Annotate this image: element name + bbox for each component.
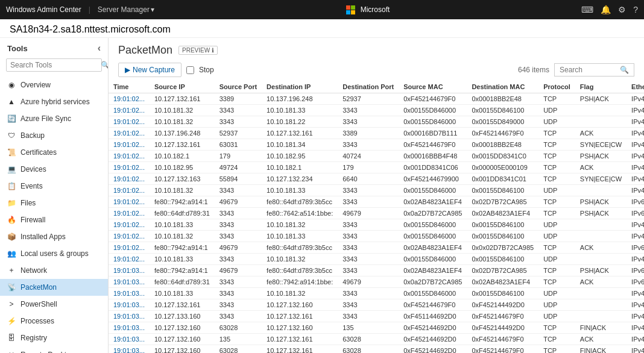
time-link[interactable]: 19:01:02... — [113, 118, 145, 125]
sidebar-item-powershell[interactable]: > PowerShell — [0, 296, 108, 313]
time-link[interactable]: 19:01:02... — [113, 130, 145, 137]
search-input[interactable] — [560, 66, 620, 74]
table-row[interactable]: 19:01:03...10.127.133.160334310.127.132.… — [109, 311, 644, 322]
sidebar-item-firewall[interactable]: 🔥 Firewall — [0, 211, 108, 228]
table-cell: 0x00155D846100 — [467, 185, 538, 196]
time-link[interactable]: 19:01:03... — [113, 313, 145, 320]
sidebar-item-packetmon[interactable]: 📡 PacketMon — [0, 279, 108, 296]
table-row[interactable]: 19:01:02...10.127.132.161338910.137.196.… — [109, 93, 644, 105]
table-row[interactable]: 19:01:03...10.127.132.1606302810.127.132… — [109, 322, 644, 334]
table-row[interactable]: 19:01:02...10.127.132.1635589410.127.132… — [109, 173, 644, 185]
table-row[interactable]: 19:01:03...10.10.181.33334310.10.181.323… — [109, 288, 644, 299]
time-link[interactable]: 19:01:03... — [113, 301, 145, 308]
time-link[interactable]: 19:01:02... — [113, 233, 145, 240]
search-tools-input[interactable] — [10, 61, 101, 69]
sidebar-item-devices[interactable]: 💻 Devices — [0, 161, 108, 178]
table-cell: UDP — [538, 231, 575, 242]
col-source-mac[interactable]: Source MAC — [399, 81, 467, 93]
table-cell: 10.10.181.33 — [150, 254, 215, 265]
sidebar-item-remote-desktop[interactable]: ✕ Remote Desktop — [0, 346, 108, 353]
time-link[interactable]: 19:01:03... — [113, 267, 145, 274]
time-link[interactable]: 19:01:02... — [113, 255, 145, 263]
col-source-ip[interactable]: Source IP — [150, 81, 215, 93]
time-link[interactable]: 19:01:03... — [113, 290, 145, 297]
table-row[interactable]: 19:01:02...10.10.182.954972410.10.182.11… — [109, 162, 644, 173]
col-flag[interactable]: Flag — [575, 81, 627, 93]
new-capture-button[interactable]: ▶ New Capture — [118, 63, 182, 77]
sidebar-item-azure-file-sync[interactable]: 🔄 Azure File Sync — [0, 110, 108, 127]
table-row[interactable]: 19:01:03...10.127.132.1606302810.127.132… — [109, 345, 644, 354]
time-link[interactable]: 19:01:02... — [113, 187, 145, 194]
time-link[interactable]: 19:01:03... — [113, 278, 145, 286]
sidebar-collapse-button[interactable]: ‹ — [98, 43, 101, 54]
table-row[interactable]: 19:01:02...fe80::7942:a914:149679fe80::6… — [109, 242, 644, 254]
time-link[interactable]: 19:01:02... — [113, 141, 145, 148]
table-row[interactable]: 19:01:03...10.127.132.16013510.127.132.1… — [109, 334, 644, 345]
table-row[interactable]: 19:01:02...10.127.132.1616303110.10.181.… — [109, 139, 644, 151]
col-protocol[interactable]: Protocol — [538, 81, 575, 93]
sidebar-item-azure-hybrid[interactable]: ▲ Azure hybrid services — [0, 93, 108, 110]
stop-checkbox[interactable] — [186, 66, 194, 74]
table-cell — [575, 219, 627, 231]
col-dest-mac[interactable]: Destination MAC — [467, 81, 538, 93]
sidebar-item-overview[interactable]: ◉ Overview — [0, 77, 108, 93]
sidebar-item-backup[interactable]: 🛡 Backup — [0, 127, 108, 144]
packet-table-container[interactable]: Time Source IP Source Port Destination I… — [109, 81, 644, 353]
table-row[interactable]: 19:01:02...fe80::64df:d789:313343fe80::7… — [109, 208, 644, 219]
table-row[interactable]: 19:01:02...10.10.181.32334310.10.181.333… — [109, 185, 644, 196]
table-row[interactable]: 19:01:02...10.10.181.33334310.10.181.323… — [109, 254, 644, 265]
table-cell: 3343 — [215, 299, 262, 311]
time-link[interactable]: 19:01:02... — [113, 198, 145, 205]
table-row[interactable]: 19:01:02...10.10.181.33334310.10.181.323… — [109, 219, 644, 231]
settings-icon[interactable]: ⚙ — [618, 5, 626, 14]
sidebar-item-certificates[interactable]: 📜 Certificates — [0, 144, 108, 161]
time-link[interactable]: 19:01:03... — [113, 347, 145, 353]
table-row[interactable]: 19:01:02...10.10.181.32334310.10.181.333… — [109, 105, 644, 116]
col-source-port[interactable]: Source Port — [215, 81, 262, 93]
table-cell: 49679 — [338, 276, 399, 288]
time-link[interactable]: 19:01:03... — [113, 336, 145, 343]
time-link[interactable]: 19:01:02... — [113, 244, 145, 251]
sidebar-item-processes[interactable]: ⚡ Processes — [0, 313, 108, 330]
sidebar-item-files[interactable]: 📁 Files — [0, 195, 108, 211]
col-dest-port[interactable]: Destination Port — [338, 81, 399, 93]
table-cell: 0x02AB4823A1EF4 — [399, 242, 467, 254]
table-cell: 10.10.182.1 — [150, 151, 215, 162]
table-row[interactable]: 19:01:02...10.10.181.32334310.10.181.333… — [109, 231, 644, 242]
table-row[interactable]: 19:01:02...10.137.196.2485293710.127.132… — [109, 128, 644, 139]
sidebar-item-installed-apps[interactable]: 📦 Installed Apps — [0, 228, 108, 245]
table-row[interactable]: 19:01:03...10.127.132.161334310.127.132.… — [109, 299, 644, 311]
col-ether-type[interactable]: Ether Type — [627, 81, 644, 93]
col-dest-ip[interactable]: Destination IP — [262, 81, 338, 93]
table-cell: IPv4 — [627, 231, 644, 242]
terminal-icon[interactable]: ⌨ — [581, 5, 593, 14]
server-manager-button[interactable]: Server Manager ▾ — [98, 5, 154, 14]
table-row[interactable]: 19:01:02...10.10.182.117910.10.182.95407… — [109, 151, 644, 162]
table-cell: IPv4 — [627, 185, 644, 196]
table-row[interactable]: 19:01:02...fe80::7942:a914:149679fe80::6… — [109, 196, 644, 208]
sidebar-item-events[interactable]: 📋 Events — [0, 178, 108, 195]
col-time[interactable]: Time — [109, 81, 150, 93]
sidebar-item-network[interactable]: + Network — [0, 262, 108, 279]
table-row[interactable]: 19:01:03...fe80::7942:a914:149679fe80::6… — [109, 265, 644, 276]
table-row[interactable]: 19:01:03...fe80::64df:d789:313343fe80::7… — [109, 276, 644, 288]
table-cell: 0x000005E000109 — [467, 162, 538, 173]
time-link[interactable]: 19:01:02... — [113, 210, 145, 217]
time-link[interactable]: 19:01:02... — [113, 221, 145, 228]
table-row[interactable]: 19:01:02...10.10.181.32334310.10.181.223… — [109, 116, 644, 128]
table-cell: 52937 — [338, 93, 399, 105]
help-icon[interactable]: ? — [633, 5, 638, 14]
table-cell — [575, 105, 627, 116]
time-link[interactable]: 19:01:02... — [113, 175, 145, 183]
sidebar-item-registry[interactable]: 🗄 Registry — [0, 330, 108, 346]
notifications-icon[interactable]: 🔔 — [601, 5, 611, 14]
table-cell: PSH|ACK — [575, 196, 627, 208]
time-link[interactable]: 19:01:02... — [113, 152, 145, 160]
table-cell: fe80::64df:d789:31 — [150, 208, 215, 219]
time-link[interactable]: 19:01:02... — [113, 95, 145, 102]
time-link[interactable]: 19:01:02... — [113, 107, 145, 114]
sidebar-item-local-users[interactable]: 👥 Local users & groups — [0, 245, 108, 262]
table-cell: 0xF452144492D0 — [467, 322, 538, 334]
time-link[interactable]: 19:01:03... — [113, 324, 145, 331]
time-link[interactable]: 19:01:02... — [113, 164, 145, 171]
